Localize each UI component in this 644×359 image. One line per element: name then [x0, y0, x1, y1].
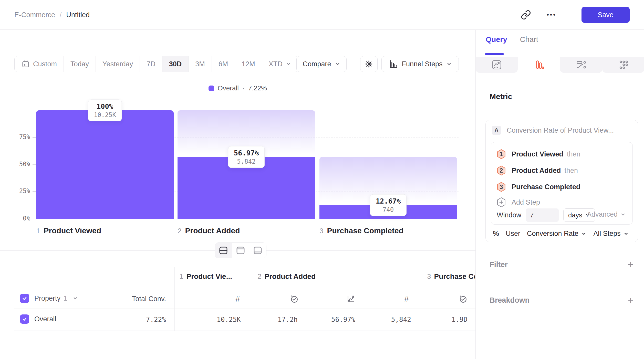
- chart-type-funnel[interactable]: [518, 57, 560, 73]
- advanced-toggle[interactable]: Advanced: [587, 210, 626, 218]
- flows-icon: [575, 59, 587, 71]
- active-tab-underline: [485, 53, 504, 55]
- measure-entity[interactable]: User: [506, 230, 520, 238]
- step-name: Product Added: [185, 226, 240, 235]
- retention-dots-icon: [617, 59, 629, 71]
- step-row-2[interactable]: 2 Product Added then: [497, 165, 578, 176]
- date-range-segmented-control: Custom Today Yesterday 7D 30D 3M 6M 12M …: [14, 56, 298, 72]
- table-col-step1-header[interactable]: 1 Product Vie...: [179, 272, 232, 281]
- conv-rate-metric-icon[interactable]: [346, 294, 356, 304]
- add-step-label: Add Step: [512, 198, 540, 206]
- tab-chart[interactable]: Chart: [520, 35, 538, 46]
- range-6m[interactable]: 6M: [212, 56, 235, 72]
- table-property-header: Property 1: [20, 294, 78, 303]
- range-3m[interactable]: 3M: [189, 56, 212, 72]
- layout-toggle-group: [215, 242, 266, 258]
- range-xtd[interactable]: XTD: [262, 56, 298, 72]
- funnel-report-app: E-Commerce / Untitled ••• Save: [0, 0, 644, 359]
- step-row-3[interactable]: 3 Purchase Completed: [497, 182, 584, 192]
- window-value-input[interactable]: [526, 208, 559, 222]
- metric-summary-row[interactable]: A Conversion Rate of Product View...: [492, 126, 614, 135]
- more-menu-button[interactable]: •••: [544, 8, 559, 22]
- count-metric-icon[interactable]: #: [233, 294, 243, 304]
- conversion-window-row: Window days: [497, 208, 595, 222]
- step-name: Purchase Completed: [327, 226, 403, 235]
- range-custom-label: Custom: [33, 60, 57, 68]
- step-connector: then: [567, 150, 580, 158]
- chart-type-retention[interactable]: [602, 57, 644, 73]
- toggle-chart-only[interactable]: [232, 243, 249, 258]
- window-label: Window: [497, 211, 521, 219]
- range-today[interactable]: Today: [64, 56, 96, 72]
- metric-summary-text: Conversion Rate of Product View...: [507, 126, 614, 134]
- add-step-hexagon: [497, 197, 506, 207]
- avg-time-metric-icon[interactable]: [289, 294, 299, 304]
- table-row-overall: Overall: [20, 314, 56, 324]
- total-conv-header[interactable]: Total Conv.: [115, 295, 166, 303]
- save-button[interactable]: Save: [581, 7, 630, 23]
- measure-scope-dropdown[interactable]: All Steps: [593, 230, 629, 238]
- range-12m[interactable]: 12M: [235, 56, 262, 72]
- range-30d[interactable]: 30D: [162, 56, 189, 72]
- toggle-split-view[interactable]: [215, 243, 232, 258]
- filter-section: Filter +: [490, 260, 633, 269]
- breadcrumb-report-title[interactable]: Untitled: [66, 11, 90, 19]
- table-col-step2-header[interactable]: 2 Product Added: [257, 272, 316, 281]
- step-number: 2: [497, 165, 506, 176]
- funnel-bar-purchase-completed[interactable]: 12.67% 740: [319, 110, 457, 219]
- panel-tabs: Query Chart: [486, 35, 538, 46]
- step-name: Product Viewed: [44, 226, 101, 235]
- legend-series-label: Overall: [218, 84, 239, 92]
- range-6m-label: 6M: [219, 60, 228, 68]
- step-1-hexagon-badge: 1: [497, 149, 506, 159]
- funnel-bar-product-added[interactable]: 56.97% 5,842: [178, 110, 315, 219]
- toggle-table-only[interactable]: [249, 243, 266, 258]
- table-header-border: [14, 309, 475, 309]
- chevron-down-icon[interactable]: [72, 295, 78, 301]
- measure-type-dropdown[interactable]: Conversion Rate: [527, 230, 587, 238]
- range-7d[interactable]: 7D: [140, 56, 162, 72]
- breadcrumb-project[interactable]: E-Commerce: [14, 11, 55, 19]
- property-label[interactable]: Property: [34, 294, 60, 302]
- view-type-selector[interactable]: Funnel Steps: [381, 56, 459, 72]
- cell-step2-rate: 56.97%: [304, 316, 355, 323]
- chart-settings-button[interactable]: [360, 56, 378, 72]
- copy-link-button[interactable]: [519, 8, 533, 22]
- advanced-label: Advanced: [587, 210, 618, 218]
- table-col-step3-header[interactable]: 3 Purchase Completed: [427, 272, 475, 281]
- check-icon: [22, 316, 27, 322]
- add-step-row[interactable]: Add Step: [497, 197, 540, 207]
- legend-swatch: [209, 86, 214, 91]
- chevron-down-icon: [446, 61, 452, 67]
- row-checkbox[interactable]: [20, 314, 29, 324]
- cell-step3-avg-time: 1.9D: [416, 316, 468, 323]
- tooltip-percent: 12.67%: [376, 197, 401, 205]
- window-unit-label: days: [568, 211, 582, 219]
- add-filter-button[interactable]: +: [628, 260, 633, 269]
- property-checkbox[interactable]: [20, 294, 29, 303]
- add-breakdown-button[interactable]: +: [628, 295, 633, 305]
- step-event-name: Product Added: [512, 167, 561, 175]
- tab-query[interactable]: Query: [486, 35, 507, 46]
- chart-type-insights[interactable]: [476, 57, 518, 73]
- count-metric-icon[interactable]: #: [401, 294, 412, 304]
- funnel-bar-product-viewed[interactable]: 100% 10.25K: [36, 110, 174, 219]
- range-30d-label: 30D: [169, 60, 182, 68]
- legend-value: 7.22%: [248, 84, 267, 92]
- chart-percent-icon: [346, 294, 356, 304]
- range-custom[interactable]: Custom: [15, 56, 64, 72]
- top-panel-icon: [236, 246, 245, 255]
- chart-legend[interactable]: Overall · 7.22%: [0, 84, 475, 92]
- chart-type-selector: [476, 57, 644, 73]
- chart-type-flows[interactable]: [560, 57, 602, 73]
- avg-time-metric-icon[interactable]: [458, 294, 468, 304]
- step-row-1[interactable]: 1 Product Viewed then: [497, 149, 580, 159]
- step-label-2: 2 Product Added: [178, 226, 240, 235]
- compare-button[interactable]: Compare: [296, 56, 347, 72]
- cell-step2-avg-time: 17.2h: [246, 316, 298, 323]
- step-connector: then: [565, 167, 578, 175]
- range-yesterday[interactable]: Yesterday: [96, 56, 140, 72]
- chevron-down-icon: [581, 231, 587, 237]
- col-step-number: 3: [427, 272, 431, 281]
- col-step-number: 2: [257, 272, 262, 281]
